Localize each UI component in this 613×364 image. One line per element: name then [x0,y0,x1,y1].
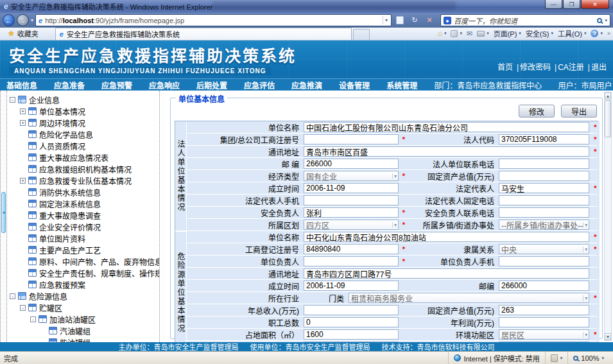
field-input[interactable] [304,122,589,132]
chevron-down-icon[interactable]: ▾ [392,222,397,228]
tree-item[interactable]: 安全生产责任制、规章制度、操作规程信息 [10,267,158,279]
browser-tab-active[interactable]: e 安全生产应急救援指挥辅助决策系统 [55,28,352,40]
field-input[interactable] [304,244,399,254]
field-input[interactable] [499,195,589,205]
history-dropdown-icon[interactable]: ▾ [31,17,33,23]
tree-item[interactable]: 单位图片资料 [10,232,158,244]
maximize-button[interactable]: ❐ [563,0,580,9]
tree-item[interactable]: 企业安全评价情况 [10,221,158,232]
tree-item[interactable]: -危险源信息 [10,290,158,302]
print-button[interactable]: ▾ [477,31,489,37]
tree-item-label[interactable]: 危险源信息 [29,291,67,302]
field-input[interactable] [499,305,589,315]
field-input[interactable] [304,232,589,242]
tree-item[interactable]: -企业信息 [10,94,158,105]
tree-item-label[interactable]: 危险化学品信息 [39,129,93,140]
expand-icon[interactable]: + [20,108,26,114]
tree-item-label[interactable]: 安全生产责任制、规章制度、操作规程信息 [39,268,159,279]
export-button[interactable]: 导出 [561,105,597,117]
field-input[interactable] [304,195,399,205]
forward-button[interactable]: → [17,14,29,26]
tree-item-label[interactable]: 消防供水系统信息 [39,187,101,198]
safety-menu[interactable]: 安全(S)▾ [526,28,553,39]
field-select[interactable]: --所属乡镇/街道办事处--▾ [499,220,589,230]
field-input[interactable] [499,183,589,193]
collapse-icon[interactable]: - [10,97,15,103]
tree-item[interactable]: 原料、中间产物、产品、废弃物信息 [10,256,158,267]
collapse-icon[interactable]: - [10,293,15,299]
field-input[interactable] [499,207,589,218]
tree-item-label[interactable]: 柴油罐组 [60,337,91,343]
field-input[interactable] [499,159,589,169]
help-button[interactable]: ?▾ [591,30,603,37]
compatibility-view-icon[interactable] [393,14,406,26]
scrollbar-thumb[interactable] [605,100,611,137]
back-button[interactable]: ← [3,14,15,26]
field-input[interactable] [304,207,399,218]
favorites-button[interactable]: ★ 收藏夹 [3,27,44,40]
content-scrollbar[interactable]: ▲ ▼ [604,92,612,341]
tree-item-label[interactable]: 重大事故应急情况表 [39,152,108,163]
tree-item-label[interactable]: 企业安全评价情况 [39,221,101,232]
chevron-down-icon[interactable]: ▾ [583,295,587,301]
field-select[interactable]: 租赁和商务服务业▾ [349,293,589,303]
chevron-down-icon[interactable]: ▾ [392,173,397,179]
field-input[interactable] [499,256,589,266]
zoom-control[interactable]: 100% ▾ [567,352,609,364]
expand-icon[interactable]: + [20,120,26,126]
tree-item-label[interactable]: 主要产品生产工艺 [39,245,101,256]
tree-item-label[interactable]: 加油站油罐区 [49,314,96,325]
nav-item-1[interactable]: 应急准备 [54,80,85,91]
field-select[interactable]: 居民区▾ [499,329,589,340]
chevron-down-icon[interactable]: ▾ [583,332,587,338]
feeds-button[interactable]: ▾ [451,30,462,37]
refresh-button[interactable]: ↻ [408,14,421,26]
scroll-down-icon[interactable]: ▼ [605,333,611,340]
address-dropdown-icon[interactable]: ▾ [383,16,390,24]
mail-button[interactable]: ✉ [467,30,472,38]
field-input[interactable] [304,342,399,342]
nav-item-2[interactable]: 应急预警 [101,80,132,91]
nav-item-4[interactable]: 后期处置 [196,80,227,91]
address-url[interactable]: http://localhost:90/yjzh/frame/homepage.… [45,17,380,24]
search-input[interactable]: 百度一下，你就知道 [454,15,594,26]
field-input[interactable] [499,134,589,144]
field-input[interactable] [304,268,589,279]
nav-item-7[interactable]: 设备管理 [339,80,370,91]
tree-item[interactable]: 人员资质情况 [10,140,158,152]
tree-item[interactable]: 危险化学品信息 [10,128,158,140]
close-button[interactable]: ✕ [581,0,609,9]
nav-item-5[interactable]: 应急评估 [244,80,275,91]
collapse-icon[interactable]: - [30,316,36,322]
field-select[interactable]: 国有企业▾ [304,171,399,181]
top-link-2[interactable]: CA注册 [558,63,584,72]
tree-item[interactable]: 柴油罐组 [10,336,158,342]
collapse-icon[interactable]: - [20,305,26,311]
protected-mode-button[interactable]: ▾ [545,352,568,364]
chevron-down-icon[interactable]: ▾ [583,247,587,252]
tree-item[interactable]: 应急救援组织机构基本情况 [10,163,158,175]
tree-item-label[interactable]: 汽油罐组 [60,325,91,336]
chevron-down-icon[interactable]: ▾ [583,222,587,228]
tree-item-label[interactable]: 应急救援专业队伍基本情况 [39,175,132,186]
tree-item[interactable]: +周边环境情况 [10,117,158,128]
tree-item-label[interactable]: 应急救援预案 [39,279,85,290]
tree-item[interactable]: 消防供水系统信息 [10,186,158,198]
tree-item-label[interactable]: 企业信息 [29,94,60,105]
field-input[interactable] [499,171,589,181]
field-input[interactable] [304,159,399,169]
field-input[interactable] [499,317,589,327]
left-splitter[interactable]: ◂ [0,91,7,342]
tree-item-label[interactable]: 单位基本情况 [39,106,85,117]
field-input[interactable] [304,317,399,327]
field-select[interactable]: 中央▾ [499,244,589,254]
tree-item[interactable]: 应急救援预案 [10,279,158,290]
tree-item[interactable]: +应急救援专业队伍基本情况 [10,175,158,186]
tree-item-label[interactable]: 贮罐区 [39,302,62,313]
tree-item-label[interactable]: 人员资质情况 [39,141,85,152]
tree-item[interactable]: 重大事故应急情况表 [10,152,158,163]
nav-item-3[interactable]: 应急响应 [149,80,180,91]
field-input[interactable] [304,281,399,291]
field-input[interactable] [499,342,589,342]
field-input[interactable] [304,305,399,315]
